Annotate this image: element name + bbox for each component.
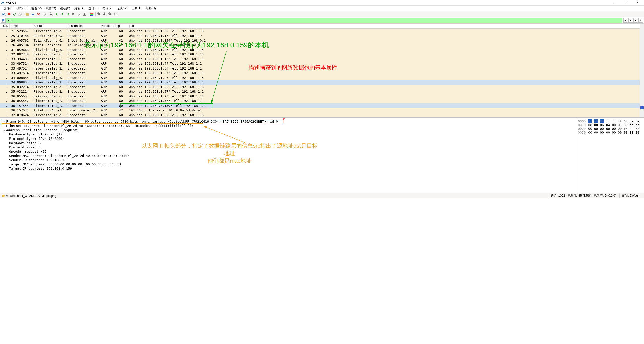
open-file-icon[interactable]: [25, 12, 30, 17]
packet-details-pane[interactable]: ›Frame 940: 60 bytes on wire (480 bits),…: [0, 118, 576, 193]
zoom-in-icon[interactable]: [97, 12, 102, 17]
collapse-icon[interactable]: ⌄: [3, 128, 6, 132]
menu-stats[interactable]: 统计(S): [86, 6, 100, 11]
svg-rect-6: [90, 13, 93, 14]
svg-rect-4: [32, 13, 34, 14]
status-profile[interactable]: 配置: Default: [619, 194, 642, 198]
menubar: 文件(F) 编辑(E) 视图(V) 跳转(G) 捕获(C) 分析(A) 统计(S…: [0, 6, 644, 11]
hex-row[interactable]: 003000 00 00 00 00 00 00 00 00: [578, 131, 642, 134]
detail-arp[interactable]: ⌄Address Resolution Protocol (request): [0, 128, 576, 132]
reload-icon[interactable]: [42, 12, 47, 17]
packet-row[interactable]: …33.394435FiberhomeTel_2e…BroadcastARP60…: [0, 57, 644, 61]
go-forward-icon[interactable]: [60, 12, 65, 17]
col-info[interactable]: Info: [127, 24, 644, 28]
packet-row[interactable]: …21.529557HikvisionDig_da…BroadcastARP60…: [0, 29, 644, 33]
add-filter-button[interactable]: +: [638, 18, 643, 23]
hex-row[interactable]: 002000 00 00 00 00 00 c0 a8 00: [578, 127, 642, 131]
menu-edit[interactable]: 编辑(E): [15, 6, 29, 11]
hex-row[interactable]: 0000ff ff ff ff ff ff 68 de ce: [578, 119, 642, 123]
col-time[interactable]: Time: [10, 24, 32, 28]
detail-field[interactable]: Protocol type: IPv4 (0x0800): [0, 136, 576, 141]
hex-dump-pane[interactable]: 0000ff ff ff ff ff ff 68 de ce 001008 00…: [576, 118, 644, 193]
start-capture-icon[interactable]: [1, 12, 6, 17]
scrollbar-vertical[interactable]: [640, 24, 644, 117]
svg-rect-0: [8, 13, 10, 15]
close-file-icon[interactable]: [36, 12, 41, 17]
bookmark-filter-icon[interactable]: [1, 18, 6, 23]
packet-row[interactable]: …33.497514FiberhomeTel_2e…BroadcastARP60…: [0, 66, 644, 71]
clear-filter-icon[interactable]: ✕: [623, 18, 628, 23]
find-icon[interactable]: [49, 12, 54, 17]
detail-ethernet[interactable]: ›Ethernet II, Src: FiberhomeTel_2e:2d:40…: [0, 124, 576, 128]
packet-row[interactable]: …34.008835HikvisionDig_da…BroadcastARP60…: [0, 75, 644, 80]
menu-wireless[interactable]: 无线(W): [115, 6, 129, 11]
col-destination[interactable]: Destination: [66, 24, 99, 28]
col-protocol[interactable]: Protocol: [99, 24, 111, 28]
packet-row[interactable]: …35.032214HikvisionDig_da…BroadcastARP60…: [0, 85, 644, 89]
detail-field[interactable]: Sender IP address: 192.168.1.1: [0, 158, 576, 162]
packet-row[interactable]: …33.497514FiberhomeTel_2e…BroadcastARP60…: [0, 61, 644, 66]
packet-row[interactable]: …36.157571Intel_5d:4c:a1FiberhomeTel_2e……: [0, 108, 644, 113]
packet-row[interactable]: …36.157544FiberhomeTel_2e…BroadcastARP60…: [0, 103, 644, 108]
zoom-out-icon[interactable]: [102, 12, 107, 17]
maximize-button[interactable]: ▢: [620, 0, 632, 6]
save-file-icon[interactable]: [30, 12, 35, 17]
go-first-icon[interactable]: [71, 12, 76, 17]
capture-options-icon[interactable]: [18, 12, 23, 17]
menu-go[interactable]: 跳转(G): [44, 6, 58, 11]
packet-row[interactable]: …26.405762TpLinkTechno_6a…Intel_5d:4c:a1…: [0, 38, 644, 43]
scrollbar-thumb[interactable]: [640, 106, 644, 109]
close-button[interactable]: ✕: [632, 0, 643, 6]
packet-row[interactable]: …33.497514FiberhomeTel_2e…BroadcastARP60…: [0, 71, 644, 76]
restart-capture-icon[interactable]: [12, 12, 17, 17]
col-no[interactable]: No.: [0, 24, 10, 28]
detail-field[interactable]: Sender MAC address: FiberhomeTel_2e:2d:4…: [0, 154, 576, 158]
detail-frame[interactable]: ›Frame 940: 60 bytes on wire (480 bits),…: [0, 119, 576, 124]
menu-file[interactable]: 文件(F): [2, 6, 15, 11]
menu-capture[interactable]: 捕获(C): [58, 6, 72, 11]
expert-info-icon[interactable]: [2, 195, 5, 197]
detail-field[interactable]: Opcode: request (1): [0, 149, 576, 154]
edit-icon[interactable]: ✎: [6, 194, 9, 198]
apply-filter-icon[interactable]: ▾: [628, 18, 633, 23]
zoom-reset-icon[interactable]: 1: [108, 12, 113, 17]
packet-row[interactable]: …32.882748HikvisionDig_da…BroadcastARP60…: [0, 52, 644, 57]
go-to-packet-icon[interactable]: [65, 12, 70, 17]
detail-field[interactable]: Hardware size: 6: [0, 141, 576, 145]
packet-row[interactable]: …34.008835FiberhomeTel_2e…BroadcastARP60…: [0, 80, 644, 85]
packet-row[interactable]: …25.31013682:dc:80:c2:b9:…BroadcastARP60…: [0, 33, 644, 38]
auto-scroll-icon[interactable]: [82, 12, 87, 17]
go-back-icon[interactable]: [54, 12, 59, 17]
display-filter-input[interactable]: [6, 18, 622, 23]
col-source[interactable]: Source: [32, 24, 66, 28]
packet-row[interactable]: …37.078624HikvisionDig_da…BroadcastARP60…: [0, 113, 644, 117]
menu-tools[interactable]: 工具(T): [130, 6, 143, 11]
expand-icon[interactable]: ›: [3, 120, 6, 123]
detail-field[interactable]: Protocol size: 4: [0, 145, 576, 149]
menu-view[interactable]: 视图(V): [29, 6, 44, 11]
colorize-icon[interactable]: [89, 12, 94, 17]
col-length[interactable]: Length: [111, 24, 127, 28]
detail-field[interactable]: Target MAC address: 00:00:00_00:00:00 (0…: [0, 162, 576, 166]
packet-row[interactable]: …36.055557FiberhomeTel_2e…BroadcastARP60…: [0, 99, 644, 104]
packet-row[interactable]: …35.032214FiberhomeTel_2e…BroadcastARP60…: [0, 89, 644, 94]
resize-columns-icon[interactable]: [113, 12, 118, 17]
wireshark-icon: [1, 1, 5, 5]
go-last-icon[interactable]: [77, 12, 82, 17]
stop-capture-icon[interactable]: [7, 12, 12, 17]
detail-field[interactable]: Target IP address: 192.168.0.159: [0, 166, 576, 171]
menu-help[interactable]: 帮助(H): [143, 6, 158, 11]
filter-bar: ✕ ▾ ▾ +: [0, 17, 644, 24]
recent-filter-icon[interactable]: ▾: [633, 18, 638, 23]
hex-row[interactable]: 001008 00 06 04 00 01 68 de ce: [578, 123, 642, 127]
svg-rect-7: [90, 14, 93, 15]
packet-row[interactable]: …26.405784Intel_5d:4c:a1TpLinkTechno_6a……: [0, 43, 644, 48]
detail-field[interactable]: Hardware type: Ethernet (1): [0, 132, 576, 136]
packet-row[interactable]: …36.055557HikvisionDig_da…BroadcastARP60…: [0, 94, 644, 99]
expand-icon[interactable]: ›: [3, 124, 6, 127]
packet-list-body[interactable]: …21.529557HikvisionDig_da…BroadcastARP60…: [0, 29, 644, 117]
menu-telephony[interactable]: 电话(Y): [100, 6, 115, 11]
minimize-button[interactable]: —: [609, 0, 620, 6]
menu-analyze[interactable]: 分析(A): [72, 6, 86, 11]
packet-row[interactable]: …31.859668HikvisionDig_da…BroadcastARP60…: [0, 47, 644, 52]
